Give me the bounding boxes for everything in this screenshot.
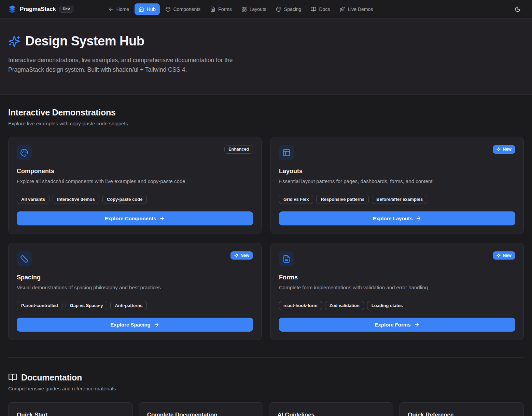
doc-card-title: Complete Documentation — [147, 412, 255, 416]
main-nav: Home Hub Components Forms Layouts — [104, 3, 377, 15]
book-open-icon — [8, 373, 17, 382]
tag: react-hook-form — [279, 301, 322, 310]
sparkles-icon — [496, 253, 501, 258]
enhanced-badge: Enhanced — [224, 145, 253, 154]
explore-forms-button[interactable]: Explore Forms — [279, 318, 515, 332]
cta-label: Explore Forms — [375, 322, 410, 328]
nav-item-home[interactable]: Home — [104, 3, 133, 15]
cta-label: Explore Components — [105, 216, 156, 221]
card-title: Spacing — [17, 274, 253, 281]
cta-label: Explore Layouts — [373, 216, 413, 221]
doc-card-quick-start[interactable]: Quick Start 5-minute crash course — [8, 402, 133, 416]
nav-label: Docs — [319, 6, 330, 12]
explore-layouts-button[interactable]: Explore Layouts — [279, 211, 515, 225]
nav-label: Home — [116, 6, 129, 12]
badge-label: New — [240, 253, 249, 258]
nav-label: Components — [173, 6, 200, 12]
hero-section: Design System Hub Interactive demonstrat… — [0, 19, 532, 95]
card-spacing[interactable]: New Spacing Visual demonstrations of spa… — [8, 243, 262, 340]
tag: Gap vs Space-y — [66, 301, 108, 310]
tag: All variants — [17, 195, 50, 204]
demo-card-grid: Enhanced Components Explore all shadcn/u… — [8, 137, 524, 340]
nav-item-docs[interactable]: Docs — [307, 3, 334, 15]
demos-section-subtitle: Explore live examples with copy-paste co… — [8, 121, 524, 126]
theme-toggle-button[interactable] — [512, 3, 524, 15]
arrow-right-icon — [159, 216, 165, 221]
doc-card-complete-documentation[interactable]: Complete Documentation Full design syste… — [139, 402, 263, 416]
tag: Anti-patterns — [110, 301, 147, 310]
card-title: Layouts — [279, 168, 515, 175]
moon-icon — [515, 6, 521, 12]
explore-spacing-button[interactable]: Explore Spacing — [17, 318, 253, 332]
package-icon — [165, 6, 171, 12]
nav-label: Layouts — [250, 6, 266, 12]
nav-item-forms[interactable]: Forms — [206, 3, 236, 15]
tag: Grid vs Flex — [279, 195, 313, 204]
file-text-icon — [279, 251, 294, 266]
page-description: Interactive demonstrations, live example… — [8, 55, 263, 74]
brand[interactable]: PragmaStack Dev — [8, 5, 73, 13]
explore-components-button[interactable]: Explore Components — [17, 211, 253, 225]
nav-item-spacing[interactable]: Spacing — [272, 3, 306, 15]
arrow-left-icon — [108, 6, 114, 12]
doc-card-title: Quick Reference — [408, 412, 515, 416]
tag: Copy-paste code — [102, 195, 147, 204]
arrow-right-icon — [154, 322, 159, 328]
layout-grid-icon — [241, 6, 247, 12]
card-description: Essential layout patterns for pages, das… — [279, 178, 515, 185]
arrow-right-icon — [414, 322, 420, 328]
dev-badge: Dev — [59, 6, 73, 13]
book-open-icon — [311, 6, 316, 12]
tag: Before/after examples — [372, 195, 427, 204]
nav-label: Spacing — [284, 6, 302, 12]
badge-label: New — [503, 253, 512, 258]
main-content: Interactive Demonstrations Explore live … — [0, 95, 532, 416]
new-badge: New — [493, 251, 515, 260]
tag-row: Grid vs Flex Responsive patterns Before/… — [279, 195, 515, 204]
tag: Zod validation — [325, 301, 364, 310]
new-badge: New — [230, 251, 253, 260]
badge-label: New — [503, 147, 512, 152]
nav-item-layouts[interactable]: Layouts — [237, 3, 270, 15]
tag-row: All variants Interactive demos Copy-past… — [17, 195, 253, 204]
doc-card-grid: Quick Start 5-minute crash course Comple… — [8, 402, 524, 416]
docs-section-title: Documentation — [8, 373, 524, 383]
card-description: Complete form implementations with valid… — [279, 284, 515, 291]
panels-top-left-icon — [279, 145, 294, 160]
layers-logo-icon — [8, 5, 16, 13]
nav-label: Live Demos — [348, 6, 373, 12]
home-icon — [139, 6, 144, 12]
nav-label: Hub — [147, 6, 156, 12]
nav-item-live-demos[interactable]: Live Demos — [335, 3, 377, 15]
palette-icon — [17, 145, 32, 160]
card-title: Components — [17, 168, 253, 175]
tag: Parent-controlled — [17, 301, 62, 310]
page-title: Design System Hub — [25, 34, 144, 48]
section-divider — [8, 357, 524, 358]
docs-section-subtitle: Comprehensive guides and reference mater… — [8, 386, 524, 391]
doc-card-ai-guidelines[interactable]: AI Guidelines Rules for AI code generati… — [269, 402, 394, 416]
brand-name: PragmaStack — [20, 6, 56, 13]
card-layouts[interactable]: New Layouts Essential layout patterns fo… — [270, 137, 524, 234]
nav-label: Forms — [218, 6, 232, 12]
docs-title-text: Documentation — [21, 373, 82, 383]
card-components[interactable]: Enhanced Components Explore all shadcn/u… — [8, 137, 262, 234]
arrow-right-icon — [416, 216, 421, 221]
card-title: Forms — [279, 274, 515, 281]
nav-item-hub[interactable]: Hub — [135, 3, 160, 15]
new-badge: New — [493, 145, 515, 154]
rocket-icon — [339, 6, 345, 12]
tag: Interactive demos — [53, 195, 99, 204]
doc-card-quick-reference[interactable]: Quick Reference Cheat sheet for lookups — [399, 402, 524, 416]
card-description: Visual demonstrations of spacing philoso… — [17, 284, 253, 291]
ruler-icon — [17, 251, 32, 266]
sparkles-icon — [234, 253, 238, 258]
tag: Responsive patterns — [316, 195, 369, 204]
sparkles-icon — [496, 147, 501, 151]
palette-icon — [276, 6, 281, 12]
nav-item-components[interactable]: Components — [161, 3, 205, 15]
sparkles-icon — [8, 35, 20, 47]
tag-row: react-hook-form Zod validation Loading s… — [279, 301, 515, 310]
card-forms[interactable]: New Forms Complete form implementations … — [270, 243, 524, 340]
doc-card-title: Quick Start — [17, 412, 124, 416]
